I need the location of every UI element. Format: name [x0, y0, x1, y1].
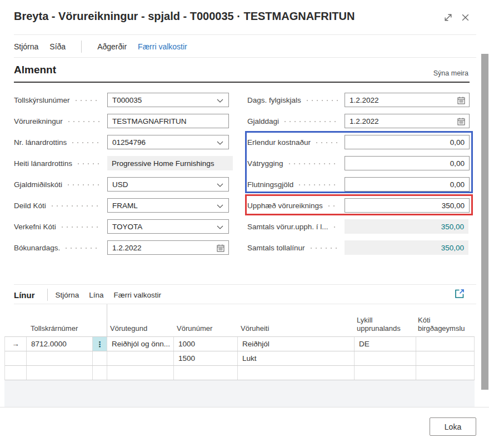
menu-adgerdir[interactable]: Aðgerðir: [97, 42, 127, 51]
field-row: Bókunardags. 1.2.2022 Samtals tollalínur…: [0, 240, 489, 255]
footer-divider: [0, 407, 489, 407]
cell-tollskrarnumer[interactable]: 8712.0000: [27, 337, 93, 351]
gjalddagi-field[interactable]: 1.2.2022: [345, 114, 470, 128]
active-row-marker: [5, 351, 27, 365]
close-icon[interactable]: [461, 13, 470, 22]
field-label: Flutningsgjöld: [247, 180, 293, 189]
deild-koti-field[interactable]: FRAML: [107, 198, 229, 213]
field-label: Vörureikningur: [14, 117, 63, 125]
field-label: Verkefni Kóti: [14, 223, 56, 231]
dotted-leader: [285, 121, 338, 122]
field-label: Dags. fylgiskjals: [247, 96, 301, 104]
cell-koti-birgdageymslu[interactable]: [416, 351, 475, 365]
nr-lanardrottins-field[interactable]: 01254796: [107, 135, 229, 149]
cell-vorutegund[interactable]: [107, 351, 174, 365]
action-bar: Stjórna Síða Aðgerðir Færri valkostir: [14, 39, 187, 54]
cell-lykill-upprunalands[interactable]: DE: [355, 337, 416, 351]
field-row: Tollskýrslunúmer T000035 Dags. fylgiskja…: [0, 93, 489, 107]
lines-menu-stjorna[interactable]: Stjórna: [56, 291, 79, 299]
field-label: Gjalddagi: [247, 117, 279, 125]
lines-menu-lina[interactable]: Lína: [89, 291, 103, 299]
dotted-leader: [289, 163, 338, 164]
flutningsgjold-field[interactable]: 0,00: [345, 177, 470, 192]
calendar-icon[interactable]: [457, 117, 466, 126]
chevron-down-icon[interactable]: [217, 183, 223, 187]
cell-vorunumer[interactable]: 1500: [174, 351, 238, 365]
column-header[interactable]: Vörutegund: [110, 324, 147, 333]
expand-dialog-icon[interactable]: [443, 13, 453, 22]
column-header[interactable]: Vörunúmer: [177, 324, 212, 333]
field-label: Gjaldmiðilskóti: [14, 180, 62, 189]
field-row: Nr. lánardrottins 01254796 Erlendur kost…: [0, 135, 489, 149]
lines-action-bar: Línur Stjórna Lína Færri valkostir: [14, 286, 161, 303]
show-more-link[interactable]: Sýna meira: [433, 69, 468, 77]
active-row-marker: →: [5, 337, 27, 351]
vatrygging-field[interactable]: 0,00: [345, 156, 470, 170]
table-row[interactable]: 1500 Lukt: [5, 351, 475, 366]
heiti-lanardrottins-field: Progressive Home Furnishings: [107, 156, 233, 170]
samtals-tollalinur-field: 350,00: [345, 240, 468, 255]
chevron-down-icon[interactable]: [217, 99, 223, 103]
cell-voruheiti[interactable]: Lukt: [238, 351, 355, 365]
cell-koti-birgdageymslu[interactable]: [416, 337, 475, 351]
cell-vorutegund[interactable]: [107, 366, 174, 380]
close-button[interactable]: Loka: [430, 417, 476, 436]
menu-faerri-valkostir[interactable]: Færri valkostir: [138, 42, 187, 51]
chevron-down-icon[interactable]: [217, 141, 223, 145]
calendar-icon[interactable]: [216, 244, 225, 253]
vertical-scrollbar[interactable]: [481, 54, 488, 390]
lines-menu-faerri-valkostir[interactable]: Færri valkostir: [114, 291, 162, 299]
cell-lykill-upprunalands[interactable]: [355, 351, 416, 365]
erlendur-kostnadur-field[interactable]: 0,00: [345, 135, 470, 149]
field-row: Vörureikningur TESTMAGNAFRITUN Gjalddagi…: [0, 114, 489, 128]
field-label: Heiti lánardrottins: [14, 159, 72, 168]
chevron-down-icon[interactable]: [217, 225, 223, 229]
cell-voruheiti[interactable]: Reiðhjól: [238, 337, 355, 351]
cell-options[interactable]: [93, 351, 107, 365]
table-empty-area: [4, 380, 475, 407]
chevron-down-icon[interactable]: [217, 204, 223, 208]
active-row-marker: [5, 366, 27, 380]
dags-fylgiskjals-field[interactable]: 1.2.2022: [345, 93, 470, 107]
verkefni-koti-field[interactable]: TOYOTA: [107, 219, 229, 234]
cell-tollskrarnumer[interactable]: [27, 366, 93, 380]
field-label: Samtals tollalínur: [247, 244, 305, 252]
gjaldmidilskoti-field[interactable]: USD: [107, 177, 229, 192]
dotted-leader: [299, 184, 338, 185]
section-title-almennt: Almennt: [14, 64, 56, 76]
calendar-icon[interactable]: [457, 96, 466, 105]
row-options-icon[interactable]: ⋮: [93, 337, 107, 351]
lines-table: → 8712.0000 ⋮ Reiðhjól og önn... 1000 Re…: [4, 336, 475, 380]
upphaed-vorureiknings-field[interactable]: 350,00: [345, 198, 470, 213]
menu-divider: [47, 289, 48, 301]
column-header[interactable]: Vöruheiti: [241, 324, 269, 333]
field-row: Verkefni Kóti TOYOTA Samtals vörur.upph.…: [0, 219, 489, 234]
column-header[interactable]: Kóti birgðageymslu: [418, 316, 471, 333]
cell-koti-birgdageymslu[interactable]: [416, 366, 475, 380]
field-row: Deild Kóti FRAML Upphæð vörureiknings 35…: [0, 198, 489, 213]
cell-tollskrarnumer[interactable]: [27, 351, 93, 365]
menu-sida[interactable]: Síða: [49, 42, 66, 51]
menu-stjorna[interactable]: Stjórna: [14, 42, 38, 51]
dotted-leader: [72, 142, 101, 143]
field-row: Heiti lánardrottins Progressive Home Fur…: [0, 156, 489, 170]
table-row[interactable]: [5, 366, 475, 380]
column-header[interactable]: Lykill upprunalands: [357, 316, 407, 333]
vorureikningur-field[interactable]: TESTMAGNAFRITUN: [107, 114, 229, 128]
column-header[interactable]: Tollskrárnúmer: [31, 324, 78, 333]
cell-options[interactable]: [93, 366, 107, 380]
freeze-pane-divider: [107, 304, 107, 336]
table-row[interactable]: → 8712.0000 ⋮ Reiðhjól og önn... 1000 Re…: [5, 337, 475, 351]
cell-vorunumer[interactable]: 1000: [174, 337, 238, 351]
field-label: Tollskýrslunúmer: [14, 96, 70, 104]
cell-voruheiti[interactable]: [238, 366, 355, 380]
dotted-leader: [311, 248, 338, 249]
tollskyrslunumer-field[interactable]: T000035: [107, 93, 229, 107]
bokunardags-field[interactable]: 1.2.2022: [107, 240, 229, 255]
cell-vorunumer[interactable]: [174, 366, 238, 380]
cell-lykill-upprunalands[interactable]: [355, 366, 416, 380]
focus-mode-icon[interactable]: [455, 289, 465, 299]
dialog-purchase-invoice-card: Breyta - Vörureikningur - spjald - T0000…: [0, 0, 489, 448]
dotted-leader: [68, 184, 101, 185]
cell-vorutegund[interactable]: Reiðhjól og önn...: [107, 337, 174, 351]
